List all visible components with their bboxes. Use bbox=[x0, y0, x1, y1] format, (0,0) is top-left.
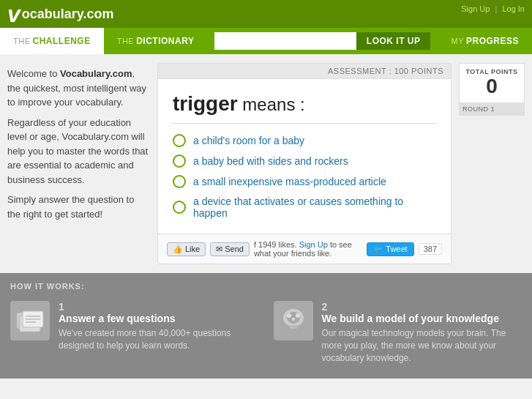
main-content: Welcome to Vocabulary.com, the quickest,… bbox=[0, 54, 532, 273]
progress-label: PROGRESS bbox=[466, 36, 519, 46]
logo-v-icon: v bbox=[7, 2, 20, 26]
progress-tab[interactable]: MY PROGRESS bbox=[438, 28, 532, 54]
challenge-label: CHALLENGE bbox=[33, 36, 91, 46]
how-it-works-label: HOW IT WORKS: bbox=[10, 282, 522, 291]
how-item-content-1: 2 We build a model of your knowledge Our… bbox=[322, 301, 522, 364]
question-word: trigger bbox=[173, 92, 238, 115]
social-bar: 👍 Like ✉ Send f 1949 likes. Sign Up to s… bbox=[158, 234, 451, 264]
choice-text-0: a child's room for a baby bbox=[193, 135, 304, 146]
logo-area[interactable]: v ocabulary.com bbox=[7, 2, 114, 26]
quiz-panel: ASSESSMENT : 100 POINTS trigger means : … bbox=[157, 63, 452, 264]
progress-prefix: MY bbox=[451, 37, 464, 45]
how-item-number-0: 1 bbox=[59, 301, 259, 313]
challenge-prefix: THE bbox=[13, 37, 31, 45]
how-item-0: 1 Answer a few questions We've created m… bbox=[10, 301, 259, 364]
header: v ocabulary.com Sign Up | Log In bbox=[0, 0, 532, 28]
fb-icon-small: f bbox=[254, 240, 256, 249]
tweet-count: 387 bbox=[419, 243, 442, 255]
fb-send-icon: ✉ bbox=[216, 245, 222, 254]
facebook-like-button[interactable]: 👍 Like bbox=[167, 242, 206, 256]
choice-item-3[interactable]: a device that activates or causes someth… bbox=[173, 195, 436, 219]
how-icon-cards bbox=[10, 301, 50, 340]
assessment-bar: ASSESSMENT : 100 POINTS bbox=[158, 64, 451, 79]
right-panel: TOTAL POINTS 0 ROUND 1 bbox=[459, 63, 525, 264]
how-item-content-0: 1 Answer a few questions We've created m… bbox=[59, 301, 259, 352]
header-auth-links: Sign Up | Log In bbox=[461, 4, 525, 13]
choice-text-3: a device that activates or causes someth… bbox=[193, 195, 436, 219]
choice-item-1[interactable]: a baby bed with sides and rockers bbox=[173, 154, 436, 168]
challenge-tab[interactable]: THE CHALLENGE bbox=[0, 28, 104, 54]
how-it-works-section: HOW IT WORKS: 1 Answer a few questions W… bbox=[0, 273, 532, 379]
left-panel: Welcome to Vocabulary.com, the quickest,… bbox=[7, 63, 150, 264]
svg-point-12 bbox=[292, 318, 295, 321]
search-area: LOOK IT UP bbox=[207, 28, 438, 54]
choice-item-0[interactable]: a child's room for a baby bbox=[173, 134, 436, 147]
choices-list: a child's room for a baby a baby bed wit… bbox=[173, 134, 436, 226]
choice-circle-1 bbox=[173, 154, 186, 168]
body-paragraph-1: Regardless of your education level or ag… bbox=[7, 116, 150, 187]
choice-item-2[interactable]: a small inexpensive mass-produced articl… bbox=[173, 175, 436, 188]
choice-text-1: a baby bed with sides and rockers bbox=[193, 155, 348, 167]
choice-text-2: a small inexpensive mass-produced articl… bbox=[193, 176, 386, 187]
lookup-button[interactable]: LOOK IT UP bbox=[356, 32, 431, 50]
how-item-1: 2 We build a model of your knowledge Our… bbox=[274, 301, 522, 364]
svg-rect-9 bbox=[288, 329, 299, 332]
how-item-title-1: We build a model of your knowledge bbox=[322, 313, 522, 324]
how-item-desc-0: We've created more than 40,000+ question… bbox=[59, 327, 259, 352]
welcome-paragraph: Welcome to Vocabulary.com, the quickest,… bbox=[7, 67, 150, 110]
question-suffix: means : bbox=[238, 94, 305, 114]
logo-text: ocabulary.com bbox=[22, 7, 114, 22]
divider: | bbox=[495, 4, 497, 13]
dictionary-label: DICTIONARY bbox=[136, 36, 194, 46]
svg-point-11 bbox=[296, 313, 300, 318]
choice-circle-2 bbox=[173, 175, 186, 188]
tweet-button[interactable]: 🐦 Tweet bbox=[367, 242, 413, 256]
body-paragraph-2: Simply answer the question to the right … bbox=[7, 193, 150, 221]
question-title: trigger means : bbox=[173, 92, 436, 124]
nav-bar: THE CHALLENGE THE DICTIONARY LOOK IT UP … bbox=[0, 28, 532, 54]
round-label: ROUND 1 bbox=[459, 103, 525, 116]
total-points-value: 0 bbox=[462, 75, 521, 98]
question-area: trigger means : a child's room for a bab… bbox=[158, 79, 451, 234]
log-in-link[interactable]: Log In bbox=[502, 4, 525, 13]
how-item-desc-1: Our magical technology models your brain… bbox=[322, 327, 522, 364]
search-input[interactable] bbox=[214, 32, 356, 50]
how-icon-brain bbox=[274, 301, 313, 340]
fb-thumbs-icon: 👍 bbox=[173, 245, 183, 254]
total-points-box: TOTAL POINTS 0 bbox=[459, 63, 525, 103]
svg-point-10 bbox=[287, 313, 291, 318]
facebook-send-button[interactable]: ✉ Send bbox=[210, 242, 250, 256]
twitter-icon: 🐦 bbox=[373, 245, 383, 254]
how-item-number-1: 2 bbox=[322, 301, 522, 313]
how-it-works-items: 1 Answer a few questions We've created m… bbox=[10, 301, 522, 364]
choice-circle-3 bbox=[173, 201, 186, 214]
sign-up-link[interactable]: Sign Up bbox=[461, 4, 490, 13]
dictionary-tab[interactable]: THE DICTIONARY bbox=[104, 28, 208, 54]
fb-like-label: Like bbox=[185, 245, 200, 253]
like-count-text: f 1949 likes. Sign Up to see what your f… bbox=[254, 240, 362, 258]
choice-circle-0 bbox=[173, 134, 186, 147]
fb-send-label: Send bbox=[225, 245, 244, 253]
social-signup-link[interactable]: Sign Up bbox=[299, 240, 328, 249]
how-item-title-0: Answer a few questions bbox=[59, 313, 259, 324]
dictionary-prefix: THE bbox=[117, 37, 135, 45]
